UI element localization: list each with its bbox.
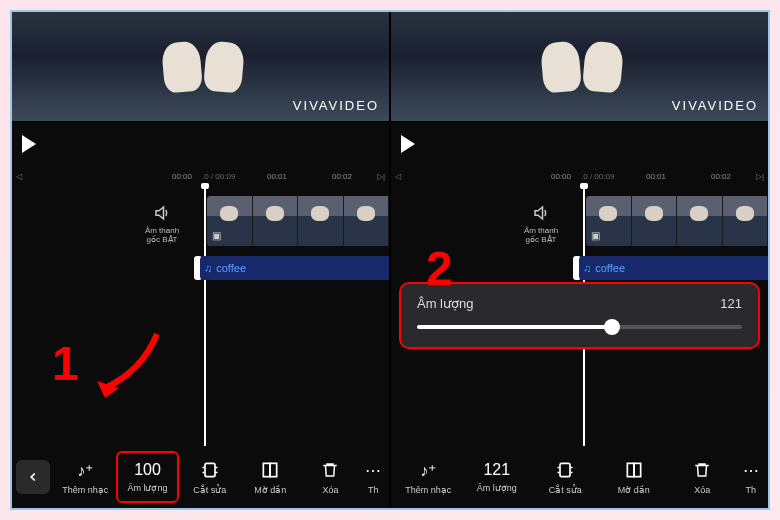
playback-row <box>391 122 768 166</box>
audio-clip-name: coffee <box>216 262 246 274</box>
original-sound-toggle[interactable]: Âm thanh gốc BẬT <box>132 204 192 244</box>
time-tick: 00:01 <box>646 172 666 181</box>
trash-icon <box>693 459 711 481</box>
volume-value: 121 <box>483 461 510 479</box>
volume-panel-value: 121 <box>720 296 742 311</box>
tool-label: Mờ dần <box>254 485 286 495</box>
volume-button[interactable]: 121 Âm lượng <box>463 451 529 503</box>
chevron-left-icon <box>26 470 40 484</box>
trim-icon <box>200 459 220 481</box>
step-number-1: 1 <box>52 336 79 391</box>
fade-button[interactable]: Mờ dần <box>600 451 666 503</box>
trim-button[interactable]: Cắt sửa <box>532 451 598 503</box>
trash-icon <box>321 459 339 481</box>
audio-clip[interactable]: ♫ coffee <box>579 256 768 280</box>
fade-icon <box>260 459 280 481</box>
fade-icon <box>624 459 644 481</box>
tutorial-comparison: VIVAVIDEO 00:00 .0 / 00:09 00:01 00:02 ◁… <box>10 10 770 510</box>
tool-label: Xóa <box>322 485 338 495</box>
video-preview[interactable]: VIVAVIDEO <box>12 12 389 122</box>
more-button[interactable]: ⋯ Th <box>737 451 764 503</box>
more-icon: ⋯ <box>365 459 381 481</box>
svg-rect-4 <box>627 463 634 476</box>
more-button[interactable]: ⋯ Th <box>362 451 385 503</box>
picture-icon: ▣ <box>591 230 600 241</box>
svg-rect-5 <box>634 463 641 476</box>
svg-rect-3 <box>560 463 570 476</box>
right-pane: VIVAVIDEO 00:00 .0 / 00:09 00:01 00:02 ◁… <box>391 12 768 508</box>
playback-row <box>12 122 389 166</box>
music-note-icon: ♫ <box>204 262 212 274</box>
original-sound-toggle[interactable]: Âm thanh gốc BẬT <box>511 204 571 244</box>
tool-label: Th <box>368 485 379 495</box>
volume-slider-thumb[interactable] <box>604 319 620 335</box>
delete-button[interactable]: Xóa <box>669 451 735 503</box>
music-plus-icon: ♪⁺ <box>77 459 93 481</box>
picture-icon: ▣ <box>212 230 221 241</box>
speaker-icon <box>531 204 551 222</box>
trim-button[interactable]: Cắt sửa <box>181 451 239 503</box>
svg-rect-1 <box>263 463 270 476</box>
bottom-toolbar: ♪⁺ Thêm nhạc 100 Âm lượng Cắt sửa Mờ dần… <box>12 446 389 508</box>
video-preview[interactable]: VIVAVIDEO <box>391 12 768 122</box>
tool-label: Âm lượng <box>477 483 517 493</box>
timeline[interactable]: Âm thanh gốc BẬT ▣ ♫ coffee 1 <box>12 186 389 446</box>
delete-button[interactable]: Xóa <box>301 451 359 503</box>
tool-label: Mờ dần <box>618 485 650 495</box>
step-number-2: 2 <box>426 241 453 296</box>
trim-icon <box>555 459 575 481</box>
back-button[interactable] <box>16 460 50 494</box>
volume-slider-fill <box>417 325 612 329</box>
left-pane: VIVAVIDEO 00:00 .0 / 00:09 00:01 00:02 ◁… <box>12 12 389 508</box>
tool-label: Âm lượng <box>127 483 167 493</box>
time-tick: 00:01 <box>267 172 287 181</box>
playhead[interactable] <box>204 186 206 446</box>
play-icon[interactable] <box>22 135 36 153</box>
time-total: .0 / 00:09 <box>581 172 614 181</box>
volume-value: 100 <box>134 461 161 479</box>
tool-label: Th <box>745 485 756 495</box>
time-tick: 00:02 <box>711 172 731 181</box>
tool-label: Thêm nhạc <box>405 485 451 495</box>
volume-slider-panel: Âm lượng 121 <box>399 282 760 349</box>
fade-button[interactable]: Mờ dần <box>241 451 299 503</box>
bottom-toolbar: ♪⁺ Thêm nhạc 121 Âm lượng Cắt sửa Mờ dần… <box>391 446 768 508</box>
video-content <box>542 42 642 102</box>
time-total: .0 / 00:09 <box>202 172 235 181</box>
video-content <box>163 42 263 102</box>
audio-clip-name: coffee <box>595 262 625 274</box>
more-icon: ⋯ <box>743 459 759 481</box>
tool-label: Xóa <box>694 485 710 495</box>
time-current: 00:00 <box>172 172 192 181</box>
watermark: VIVAVIDEO <box>672 98 758 113</box>
audio-clip[interactable]: ♫ coffee <box>200 256 389 280</box>
sound-label-1: Âm thanh <box>511 226 571 235</box>
music-plus-icon: ♪⁺ <box>420 459 436 481</box>
add-music-button[interactable]: ♪⁺ Thêm nhạc <box>56 451 114 503</box>
tool-label: Thêm nhạc <box>62 485 108 495</box>
sound-label-2: gốc BẬT <box>132 235 192 244</box>
sound-label-2: gốc BẬT <box>511 235 571 244</box>
svg-rect-0 <box>205 463 215 476</box>
video-clip[interactable] <box>586 196 768 246</box>
arrow-annotation <box>87 326 177 406</box>
speaker-icon <box>152 204 172 222</box>
time-tick: 00:02 <box>332 172 352 181</box>
watermark: VIVAVIDEO <box>293 98 379 113</box>
video-clip[interactable] <box>207 196 389 246</box>
add-music-button[interactable]: ♪⁺ Thêm nhạc <box>395 451 461 503</box>
svg-rect-2 <box>270 463 277 476</box>
volume-slider[interactable] <box>417 325 742 329</box>
tool-label: Cắt sửa <box>549 485 582 495</box>
music-note-icon: ♫ <box>583 262 591 274</box>
sound-label-1: Âm thanh <box>132 226 192 235</box>
play-icon[interactable] <box>401 135 415 153</box>
volume-button[interactable]: 100 Âm lượng <box>116 451 178 503</box>
volume-panel-label: Âm lượng <box>417 296 473 311</box>
time-current: 00:00 <box>551 172 571 181</box>
tool-label: Cắt sửa <box>193 485 226 495</box>
